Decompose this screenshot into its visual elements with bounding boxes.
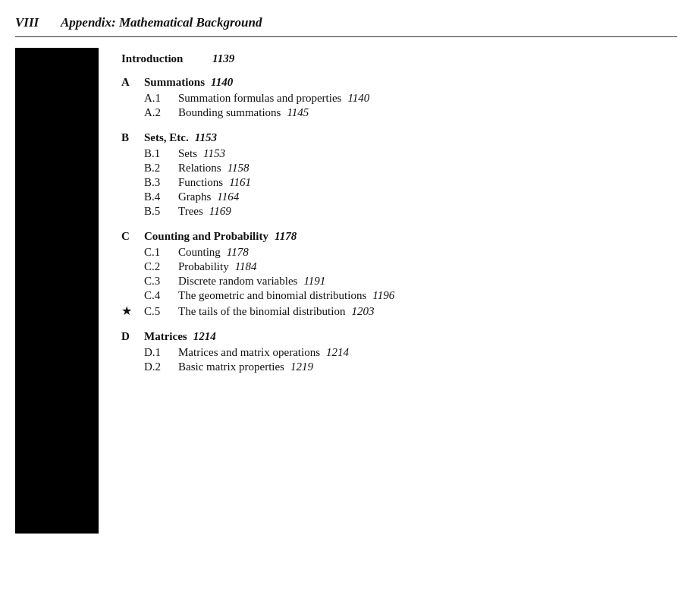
subsection-num: D.1 xyxy=(144,346,178,359)
list-item: B.1 Sets 1153 xyxy=(144,147,677,160)
subsection-title: Discrete random variables xyxy=(178,275,297,288)
subsection-page: 1153 xyxy=(203,147,225,160)
list-item: C.2 Probability 1184 xyxy=(144,260,677,273)
subsection-num: B.3 xyxy=(144,176,178,189)
chapter-number: VIII xyxy=(15,15,61,30)
subsection-page: 1184 xyxy=(235,260,257,273)
subsection-title: Trees xyxy=(178,205,203,218)
subsection-title: Graphs xyxy=(178,190,211,203)
subsection-title: Counting xyxy=(178,246,221,259)
subsection-num: D.2 xyxy=(144,360,178,373)
subsection-num: C.3 xyxy=(144,275,178,288)
list-item: B.2 Relations 1158 xyxy=(144,162,677,175)
section-c-header: C Counting and Probability 1178 xyxy=(121,230,677,243)
subsection-title: Probability xyxy=(178,260,229,273)
section-b-title: Sets, Etc. xyxy=(144,131,189,144)
list-item: C.3 Discrete random variables 1191 xyxy=(144,275,677,288)
intro-page: 1139 xyxy=(212,52,234,65)
subsection-page: 1214 xyxy=(326,346,349,359)
section-a-header: A Summations 1140 xyxy=(121,76,677,89)
page-container: VIII Appendix: Mathematical Background I… xyxy=(0,0,700,549)
subsection-num: C.2 xyxy=(144,260,178,273)
section-d-subsections: D.1 Matrices and matrix operations 1214 … xyxy=(121,346,677,373)
list-item: ★ C.5 The tails of the binomial distribu… xyxy=(144,304,677,318)
toc-content: Introduction 1139 A Summations 1140 A.1 … xyxy=(99,48,677,534)
section-c-subsections: C.1 Counting 1178 C.2 Probability 1184 C… xyxy=(121,246,677,318)
subsection-num: B.1 xyxy=(144,147,178,160)
subsection-num: A.1 xyxy=(144,92,178,105)
section-a-page: 1140 xyxy=(211,76,233,89)
subsection-title: Matrices and matrix operations xyxy=(178,346,320,359)
section-c-letter: C xyxy=(121,230,144,243)
subsection-page: 1145 xyxy=(287,106,309,119)
subsection-title: Sets xyxy=(178,147,197,160)
subsection-title: The geometric and binomial distributions xyxy=(178,289,366,302)
list-item: B.3 Functions 1161 xyxy=(144,176,677,189)
section-d-page: 1214 xyxy=(193,330,216,343)
list-item: D.1 Matrices and matrix operations 1214 xyxy=(144,346,677,359)
section-d-header: D Matrices 1214 xyxy=(121,330,677,343)
subsection-page: 1169 xyxy=(209,205,231,218)
subsection-num: C.4 xyxy=(144,289,178,302)
subsection-num: C.1 xyxy=(144,246,178,259)
subsection-page: 1161 xyxy=(229,176,251,189)
intro-label: Introduction xyxy=(121,52,212,65)
subsection-title: Basic matrix properties xyxy=(178,360,284,373)
subsection-page: 1178 xyxy=(227,246,249,259)
list-item: B.4 Graphs 1164 xyxy=(144,190,677,203)
subsection-page: 1191 xyxy=(303,275,325,288)
list-item: B.5 Trees 1169 xyxy=(144,205,677,218)
section-d: D Matrices 1214 D.1 Matrices and matrix … xyxy=(121,330,677,373)
section-a: A Summations 1140 A.1 Summation formulas… xyxy=(121,76,677,119)
chapter-header: VIII Appendix: Mathematical Background xyxy=(15,15,677,37)
section-b-page: 1153 xyxy=(195,131,217,144)
subsection-title: Summation formulas and properties xyxy=(178,92,341,105)
subsection-page: 1140 xyxy=(347,92,369,105)
subsection-page: 1196 xyxy=(372,289,394,302)
section-c-title: Counting and Probability xyxy=(144,230,268,243)
intro-line: Introduction 1139 xyxy=(121,52,677,65)
star-icon: ★ xyxy=(121,304,144,318)
section-b-subsections: B.1 Sets 1153 B.2 Relations 1158 B.3 Fun… xyxy=(121,147,677,218)
subsection-num: B.5 xyxy=(144,205,178,218)
subsection-num: A.2 xyxy=(144,106,178,119)
subsection-num: B.2 xyxy=(144,162,178,175)
list-item: A.2 Bounding summations 1145 xyxy=(144,106,677,119)
subsection-title: Relations xyxy=(178,162,221,175)
subsection-page: 1203 xyxy=(351,305,374,318)
subsection-page: 1219 xyxy=(290,360,313,373)
subsection-page: 1158 xyxy=(228,162,250,175)
subsection-page: 1164 xyxy=(217,190,239,203)
section-a-title: Summations xyxy=(144,76,205,89)
list-item: C.4 The geometric and binomial distribut… xyxy=(144,289,677,302)
subsection-title: Functions xyxy=(178,176,223,189)
section-b: B Sets, Etc. 1153 B.1 Sets 1153 B.2 Rela… xyxy=(121,131,677,218)
list-item: D.2 Basic matrix properties 1219 xyxy=(144,360,677,373)
section-a-letter: A xyxy=(121,76,144,89)
decorative-black-box xyxy=(15,48,99,534)
section-d-letter: D xyxy=(121,330,144,343)
section-d-title: Matrices xyxy=(144,330,187,343)
section-a-subsections: A.1 Summation formulas and properties 11… xyxy=(121,92,677,119)
subsection-title: The tails of the binomial distribution xyxy=(178,305,345,318)
list-item: C.1 Counting 1178 xyxy=(144,246,677,259)
list-item: A.1 Summation formulas and properties 11… xyxy=(144,92,677,105)
subsection-num: C.5 xyxy=(144,305,178,318)
section-c: C Counting and Probability 1178 C.1 Coun… xyxy=(121,230,677,318)
toc-body: Introduction 1139 A Summations 1140 A.1 … xyxy=(15,48,677,534)
section-b-letter: B xyxy=(121,131,144,144)
chapter-title: Appendix: Mathematical Background xyxy=(61,15,262,30)
subsection-num: B.4 xyxy=(144,190,178,203)
subsection-title: Bounding summations xyxy=(178,106,281,119)
section-b-header: B Sets, Etc. 1153 xyxy=(121,131,677,144)
section-c-page: 1178 xyxy=(275,230,297,243)
